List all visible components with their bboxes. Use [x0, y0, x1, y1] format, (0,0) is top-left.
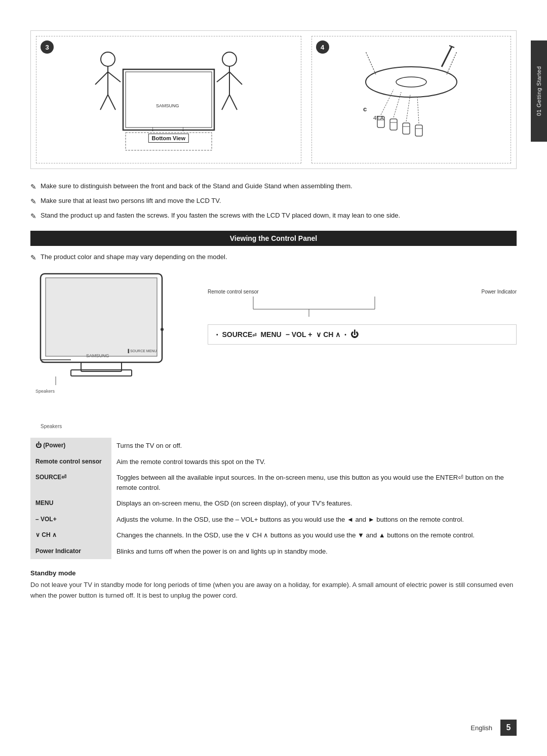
tv-diagram: SAMSUNG ▐ SOURCE MENU Speakers	[30, 269, 192, 412]
illustration-left: 3	[36, 36, 301, 163]
feature-value: Displays an on-screen menu, the OSD (on …	[111, 495, 517, 512]
table-row: – VOL+Adjusts the volume. In the OSD, us…	[30, 512, 517, 528]
standby-title: Standby mode	[30, 569, 517, 577]
section-header: Viewing the Control Panel	[30, 231, 517, 246]
feature-key: Remote control sensor	[30, 454, 111, 470]
note-item-1: ✎ Make sure to distinguish between the f…	[30, 181, 517, 192]
svg-rect-13	[126, 72, 212, 128]
sidebar-tab: 01 Getting Started	[531, 40, 547, 142]
source-button-label: SOURCE⏎	[222, 330, 257, 339]
table-row: Remote control sensorAim the remote cont…	[30, 454, 517, 470]
svg-line-4	[100, 95, 108, 110]
svg-line-32	[406, 95, 410, 121]
feature-key: – VOL+	[30, 512, 111, 528]
page-footer: English 5	[471, 720, 517, 736]
svg-point-18	[366, 67, 457, 97]
svg-rect-30	[390, 119, 397, 130]
footer-lang: English	[471, 724, 492, 732]
menu-button-label: MENU	[260, 330, 281, 339]
feature-key: MENU	[30, 495, 111, 512]
feature-key: ⏻ (Power)	[30, 438, 111, 454]
svg-text:SAMSUNG: SAMSUNG	[86, 353, 109, 358]
svg-text:c: c	[363, 105, 367, 113]
svg-rect-36	[415, 125, 422, 136]
page-number: 5	[500, 720, 517, 736]
model-note-icon: ✎	[30, 254, 36, 262]
svg-line-2	[95, 72, 108, 85]
feature-key: SOURCE⏎	[30, 470, 111, 495]
note-icon-1: ✎	[30, 182, 36, 192]
power-button-icon: ⏻	[350, 330, 359, 339]
feature-value: Adjusts the volume. In the OSD, use the …	[111, 512, 517, 528]
feature-value: Blinks and turns off when the power is o…	[111, 543, 517, 560]
svg-rect-12	[123, 69, 214, 130]
svg-line-9	[229, 72, 242, 85]
svg-line-8	[217, 72, 229, 82]
svg-point-43	[161, 328, 164, 331]
feature-value: Toggles between all the available input …	[111, 470, 517, 495]
sidebar-label: 01 Getting Started	[536, 66, 542, 116]
table-row: MENUDisplays an on-screen menu, the OSD …	[30, 495, 517, 512]
feature-value: Turns the TV on or off.	[111, 438, 517, 454]
page-container: 01 Getting Started 3	[0, 0, 547, 756]
notes-section: ✎ Make sure to distinguish between the f…	[30, 181, 517, 222]
vol-button-label: − VOL +	[286, 330, 312, 339]
svg-text:SAMSUNG: SAMSUNG	[156, 103, 179, 108]
bullet-dot-left: •	[216, 332, 218, 338]
screw-svg: c 4EA	[335, 41, 487, 158]
table-row: Power IndicatorBlinks and turns off when…	[30, 543, 517, 560]
standby-section: Standby mode Do not leave your TV in sta…	[30, 569, 517, 601]
svg-rect-39	[46, 278, 157, 356]
step3-label: 3	[45, 44, 49, 51]
svg-line-20	[366, 52, 376, 74]
svg-text:↓: ↓	[181, 124, 185, 133]
control-diagram-wrapper: SAMSUNG ▐ SOURCE MENU Speakers	[30, 269, 192, 412]
button-bar: • SOURCE⏎ MENU − VOL + ∨ CH ∧ • ⏻	[208, 324, 517, 345]
svg-line-35	[417, 96, 419, 123]
note-icon-3: ✎	[30, 211, 36, 222]
note-text-1: Make sure to distinguish between the fro…	[41, 181, 353, 191]
svg-line-10	[222, 95, 229, 110]
step4-circle: 4	[316, 40, 329, 54]
note-text-2: Make sure that at least two persons lift…	[41, 196, 221, 206]
speakers-label-area: Speakers	[41, 422, 517, 430]
speakers-label: Speakers	[41, 424, 62, 429]
feature-key: ∨ CH ∧	[30, 527, 111, 543]
tv-control-svg: SAMSUNG ▐ SOURCE MENU Speakers	[30, 269, 192, 400]
connector-lines	[208, 294, 517, 319]
feature-table: ⏻ (Power)Turns the TV on or off.Remote c…	[30, 438, 517, 559]
feature-key: Power Indicator	[30, 543, 111, 560]
step3-circle: 3	[41, 40, 54, 54]
feature-value: Changes the channels. In the OSD, use th…	[111, 527, 517, 543]
bullet-dot-right: •	[344, 332, 346, 338]
note-text-3: Stand the product up and fasten the scre…	[41, 211, 400, 221]
illustration-section: 3	[30, 30, 517, 169]
control-panel-section: SAMSUNG ▐ SOURCE MENU Speakers Remote	[30, 269, 517, 412]
ch-button-label: ∨ CH ∧	[316, 330, 340, 339]
model-note-text: The product color and shape may vary dep…	[41, 253, 227, 261]
bottom-view-label: Bottom View	[148, 134, 189, 143]
svg-line-22	[442, 47, 452, 67]
feature-table-body: ⏻ (Power)Turns the TV on or off.Remote c…	[30, 438, 517, 559]
note-item-2: ✎ Make sure that at least two persons li…	[30, 196, 517, 207]
step4-label: 4	[321, 44, 324, 51]
note-item-3: ✎ Stand the product up and fasten the sc…	[30, 211, 517, 222]
svg-line-3	[108, 72, 121, 82]
svg-rect-41	[71, 370, 132, 376]
control-panel-labels: Remote control sensor Power Indicator • …	[192, 269, 517, 345]
svg-point-0	[101, 52, 115, 66]
svg-point-19	[396, 77, 426, 87]
svg-rect-33	[403, 123, 410, 134]
note-icon-2: ✎	[30, 196, 36, 207]
svg-text:Speakers: Speakers	[35, 389, 55, 394]
svg-line-5	[108, 95, 115, 110]
svg-text:↓: ↓	[151, 124, 154, 133]
standby-text: Do not leave your TV in standby mode for…	[30, 580, 517, 601]
svg-line-11	[229, 95, 237, 110]
svg-point-6	[222, 52, 237, 66]
table-row: ∨ CH ∧Changes the channels. In the OSD, …	[30, 527, 517, 543]
table-row: SOURCE⏎Toggles between all the available…	[30, 470, 517, 495]
section-title: Viewing the Control Panel	[230, 234, 317, 242]
model-note: ✎ The product color and shape may vary d…	[30, 253, 517, 262]
feature-value: Aim the remote control towards this spot…	[111, 454, 517, 470]
